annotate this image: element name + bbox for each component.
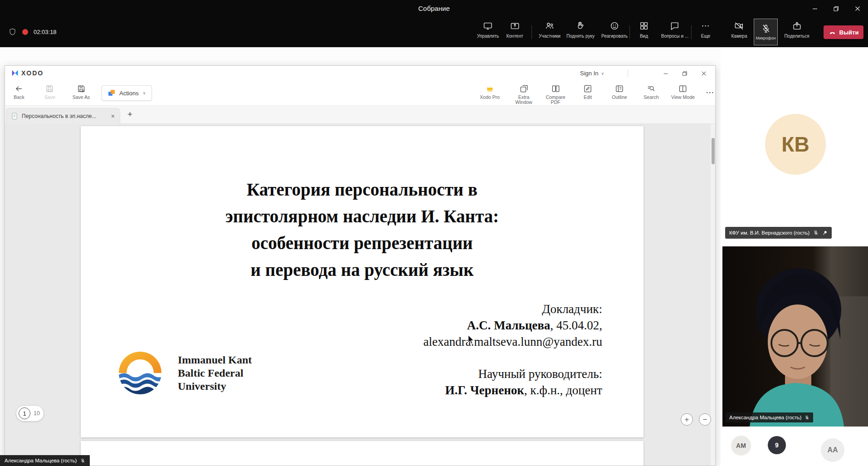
participant-overflow-count[interactable]: 9 [768, 436, 786, 454]
back-button[interactable]: Back [14, 84, 24, 100]
minimize-button[interactable] [804, 0, 825, 17]
compare-pdf-label: Compare PDF [543, 95, 568, 105]
xodo-pro-label: Xodo Pro [480, 95, 500, 100]
react-button[interactable]: Реагировать [601, 21, 628, 39]
screen: Собрание 02:03:18 Управлять Контент [0, 0, 868, 466]
zoom-out-button[interactable]: − [699, 413, 711, 426]
outline-button[interactable]: Outline [612, 84, 627, 100]
extra-window-label: Extra Window [511, 95, 536, 105]
meeting-toolbar: 02:03:18 Управлять Контент Участники Под… [0, 17, 868, 47]
content-share-icon [510, 21, 520, 31]
speaker-line: А.С. Мальцева, 45.04.02, [424, 317, 602, 334]
mic-button[interactable]: Микрофон [754, 19, 778, 45]
xodo-pro-button[interactable]: Xodo Pro [480, 84, 500, 100]
save-button[interactable]: Save [44, 84, 55, 100]
pin-icon[interactable] [822, 230, 828, 235]
xodo-more-button[interactable]: ⋯ [706, 87, 714, 98]
raise-hand-button[interactable]: Поднять руку [566, 21, 595, 39]
save-as-button[interactable]: Save As [73, 84, 90, 100]
xodo-titlebar: XODO Sign In ∨ [5, 66, 715, 81]
xodo-close-button[interactable] [694, 66, 713, 81]
edit-pencil-icon [584, 84, 592, 93]
window-controls [804, 0, 868, 17]
participant-avatar-kv[interactable]: КВ [765, 114, 826, 175]
compare-pdf-button[interactable]: Compare PDF [543, 84, 568, 105]
people-icon [545, 21, 555, 31]
search-button[interactable]: Search [644, 84, 658, 100]
actions-button[interactable]: Actions ∨ [102, 85, 152, 101]
slide-title-line: Категория персональности в [81, 176, 644, 203]
xodo-logo: XODO [11, 69, 44, 77]
actions-icon [108, 89, 115, 97]
leave-label: Выйти [839, 29, 859, 36]
xodo-minimize-button[interactable] [656, 66, 675, 81]
minimize-icon [812, 5, 818, 12]
raise-hand-label: Поднять руку [566, 34, 595, 39]
chevron-down-icon: ∨ [143, 91, 146, 95]
participant-video-tile[interactable]: Александра Мальцева (гость) [722, 246, 868, 427]
camera-button[interactable]: Камера [731, 21, 747, 39]
speaker-block: Докладчик: А.С. Мальцева, 45.04.02, alex… [424, 301, 602, 398]
mic-off-icon [761, 24, 771, 34]
scrollbar-track[interactable] [711, 124, 715, 466]
actions-label: Actions [119, 90, 139, 97]
minimize-icon [663, 71, 668, 76]
share-icon [792, 21, 802, 31]
speaker-heading: Докладчик: [424, 301, 602, 317]
view-mode-icon [678, 84, 687, 93]
restore-button[interactable] [825, 0, 847, 17]
close-icon [854, 5, 861, 12]
presenter-name: Александра Мальцева (гость) [5, 458, 77, 463]
meeting-timer: 02:03:18 [34, 29, 57, 35]
participant-avatar-aa[interactable]: АА [821, 438, 844, 462]
content-button[interactable]: Контент [506, 21, 523, 39]
participants-button[interactable]: Участники [539, 21, 561, 39]
close-button[interactable] [847, 0, 868, 17]
participants-label: Участники [539, 34, 561, 39]
slide-title-line: особенности репрезентации [81, 230, 644, 256]
sign-in-button[interactable]: Sign In ∨ [580, 66, 604, 81]
toolbar-divider [629, 25, 630, 39]
manage-button[interactable]: Управлять [477, 21, 499, 39]
total-pages: 10 [34, 410, 40, 417]
participants-panel: КВ КФУ им. В.И. Вернадского (гость) [721, 47, 868, 466]
save-as-icon [77, 84, 86, 93]
page-indicator[interactable]: 1 10 [16, 405, 44, 422]
manage-label: Управлять [477, 34, 499, 39]
new-tab-button[interactable]: + [127, 109, 132, 119]
view-mode-button[interactable]: View Mode [671, 84, 695, 100]
university-logo-icon [115, 348, 165, 398]
save-label: Save [44, 95, 55, 100]
leave-button[interactable]: Выйти [824, 25, 863, 39]
share-button[interactable]: Поделиться [784, 21, 809, 39]
xodo-window-controls [656, 66, 713, 81]
react-label: Реагировать [601, 34, 628, 39]
scrollbar-thumb[interactable] [712, 138, 715, 164]
more-button[interactable]: ⋯ Еще [701, 21, 710, 39]
tab-close-icon[interactable]: × [111, 113, 115, 120]
extra-window-button[interactable]: Extra Window [511, 84, 536, 105]
chevron-down-icon: ∨ [601, 71, 604, 76]
raised-hand-icon [575, 21, 585, 31]
back-arrow-icon [15, 84, 24, 93]
xodo-window: XODO Sign In ∨ Back [5, 65, 716, 466]
xodo-restore-button[interactable] [675, 66, 694, 81]
document-icon [11, 113, 18, 120]
meeting-titlebar: Собрание [0, 0, 868, 17]
zoom-in-button[interactable]: + [681, 413, 693, 426]
outline-label: Outline [612, 95, 627, 100]
edit-button[interactable]: Edit [584, 84, 592, 100]
document-tab[interactable]: Персональность в эп.насле... × [6, 108, 120, 124]
save-as-label: Save As [73, 95, 90, 100]
shield-icon [8, 28, 17, 36]
manage-screen-icon [483, 21, 493, 31]
titlebar-divider [628, 69, 628, 77]
view-button[interactable]: Вид [639, 21, 649, 39]
questions-label: Вопросы и ... [661, 34, 688, 39]
participant-video-frame [722, 246, 868, 427]
questions-button[interactable]: Вопросы и ... [661, 21, 688, 39]
participant-avatar-am[interactable]: АМ [731, 436, 751, 456]
speaker-name: А.С. Мальцева [467, 319, 551, 332]
toolbar-divider [532, 25, 532, 39]
more-dots-icon: ⋯ [701, 21, 710, 31]
